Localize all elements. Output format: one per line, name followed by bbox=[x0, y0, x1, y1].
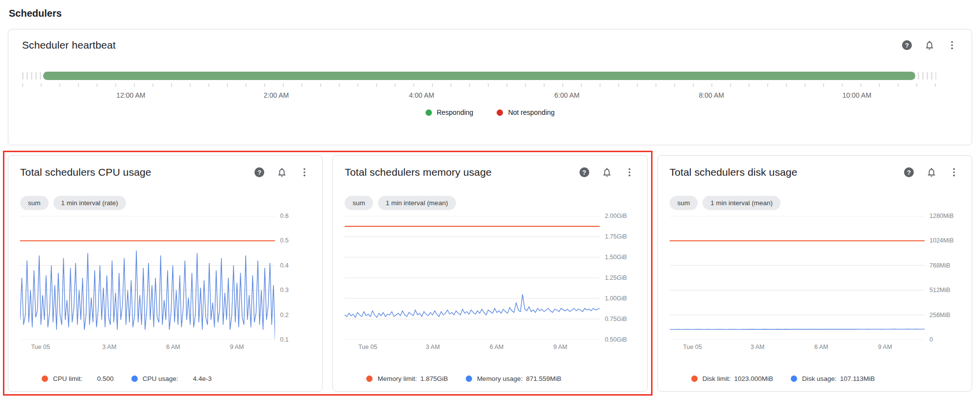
y-axis: 0256MiB512MiB768MiB1024MiB1280MiB bbox=[925, 216, 960, 340]
y-tick-label: 1024MiB bbox=[930, 237, 954, 244]
y-tick-label: 1280MiB bbox=[930, 213, 954, 219]
interval-chip[interactable]: 1 min interval (rate) bbox=[53, 196, 126, 210]
legend-label: Responding bbox=[437, 108, 474, 116]
y-tick-label: 0.4 bbox=[280, 262, 288, 269]
heartbeat-time-label: 6:00 AM bbox=[554, 91, 579, 99]
legend-value: 871.559MiB bbox=[526, 375, 561, 382]
x-tick-label: 3 AM bbox=[426, 344, 440, 350]
add-alert-icon[interactable] bbox=[924, 39, 935, 51]
legend-value: 4.4e-3 bbox=[193, 375, 212, 382]
chart-plot[interactable] bbox=[20, 216, 275, 340]
more-vert-glyph bbox=[949, 167, 959, 178]
y-tick-label: 0.1 bbox=[280, 336, 288, 343]
usage-color-dot bbox=[466, 375, 472, 382]
question-mark-glyph: ? bbox=[579, 167, 589, 177]
chart-plot[interactable] bbox=[345, 216, 600, 340]
usage-color-dot bbox=[131, 375, 138, 382]
more-options-icon[interactable] bbox=[299, 166, 310, 178]
heartbeat-axis-labels: 12:00 AM2:00 AM4:00 AM6:00 AM8:00 AM10:0… bbox=[22, 91, 936, 101]
x-tick-label: 9 AM bbox=[553, 344, 568, 350]
more-options-icon[interactable] bbox=[624, 166, 635, 178]
heartbeat-time-label: 12:00 AM bbox=[116, 91, 145, 99]
heartbeat-time-label: 10:00 AM bbox=[842, 91, 871, 99]
memory-card-title: Total schedulers memory usage bbox=[345, 166, 491, 178]
cpu-chart-body: Tue 053 AM6 AM9 AM 0.10.20.30.40.50.6 bbox=[20, 216, 310, 353]
more-options-icon[interactable] bbox=[948, 166, 960, 178]
help-icon[interactable]: ? bbox=[903, 166, 915, 178]
help-icon[interactable]: ? bbox=[253, 166, 265, 178]
help-icon[interactable]: ? bbox=[578, 166, 590, 178]
legend-item-responding: Responding bbox=[426, 108, 474, 116]
aggregation-chip[interactable]: sum bbox=[670, 196, 698, 210]
page-title: Schedulers bbox=[9, 8, 972, 19]
y-tick-label: 0.75GiB bbox=[605, 316, 627, 322]
usage-color-dot bbox=[791, 375, 797, 382]
legend-item-not-responding: Not responding bbox=[497, 108, 554, 116]
limit-color-dot bbox=[691, 375, 698, 382]
heartbeat-time-label: 2:00 AM bbox=[264, 91, 289, 99]
interval-chip[interactable]: 1 min interval (mean) bbox=[378, 196, 456, 210]
add-alert-icon[interactable] bbox=[601, 166, 613, 178]
legend-label: Memory limit: bbox=[377, 375, 417, 382]
disk-usage-card: Total schedulers disk usage ? sum 1 min … bbox=[657, 155, 972, 392]
aggregation-chip[interactable]: sum bbox=[20, 196, 49, 210]
x-axis: Tue 053 AM6 AM9 AM bbox=[20, 344, 275, 353]
question-mark-glyph: ? bbox=[904, 167, 914, 177]
heartbeat-time-label: 4:00 AM bbox=[409, 91, 434, 99]
legend-item: Memory usage: 871.559MiB bbox=[466, 375, 561, 382]
cpu-chips: sum 1 min interval (rate) bbox=[20, 196, 310, 210]
scheduler-heartbeat-card: Scheduler heartbeat ? 12:00 AM2:00 AM4:0… bbox=[8, 29, 972, 145]
legend-value: 0.500 bbox=[97, 375, 114, 382]
disk-card-actions: ? bbox=[903, 166, 960, 178]
more-vert-glyph bbox=[624, 167, 635, 178]
legend-value: 1023.000MiB bbox=[734, 375, 773, 382]
legend-item: CPU usage: 4.4e-3 bbox=[131, 375, 212, 382]
disk-card-title: Total schedulers disk usage bbox=[670, 166, 798, 178]
legend-item: CPU limit: 0.500 bbox=[42, 375, 114, 382]
memory-usage-card: Total schedulers memory usage ? sum 1 mi… bbox=[332, 155, 647, 392]
heartbeat-card-title: Scheduler heartbeat bbox=[22, 39, 116, 51]
heartbeat-axis-ticks bbox=[22, 83, 936, 87]
x-tick-label: Tue 05 bbox=[683, 344, 702, 350]
limit-color-dot bbox=[366, 375, 373, 382]
x-tick-label: 9 AM bbox=[878, 344, 892, 350]
question-mark-glyph: ? bbox=[254, 167, 264, 177]
x-axis: Tue 053 AM6 AM9 AM bbox=[670, 344, 925, 353]
heartbeat-card-actions: ? bbox=[901, 39, 958, 51]
heartbeat-timeline[interactable] bbox=[22, 72, 936, 80]
legend-label: CPU limit: bbox=[53, 375, 82, 382]
y-tick-label: 256MiB bbox=[930, 312, 950, 319]
y-tick-label: 1.25GiB bbox=[605, 274, 627, 281]
x-axis: Tue 053 AM6 AM9 AM bbox=[345, 344, 600, 353]
y-tick-label: 768MiB bbox=[930, 262, 950, 269]
legend-item: Disk usage: 107.113MiB bbox=[791, 375, 875, 382]
y-tick-label: 1.50GiB bbox=[605, 254, 627, 261]
interval-chip[interactable]: 1 min interval (mean) bbox=[703, 196, 780, 210]
bell-glyph bbox=[276, 167, 287, 178]
x-tick-label: 6 AM bbox=[814, 344, 829, 350]
more-vert-glyph bbox=[299, 167, 310, 178]
responding-color-dot bbox=[426, 109, 432, 116]
y-axis: 0.10.20.30.40.50.6 bbox=[275, 216, 310, 340]
x-tick-label: 3 AM bbox=[102, 344, 117, 350]
cpu-card-header: Total schedulers CPU usage ? bbox=[20, 166, 310, 178]
add-alert-icon[interactable] bbox=[926, 166, 937, 178]
y-tick-label: 512MiB bbox=[930, 287, 950, 294]
add-alert-icon[interactable] bbox=[276, 166, 288, 178]
chart-plot[interactable] bbox=[670, 216, 925, 340]
bell-glyph bbox=[926, 167, 937, 178]
help-icon[interactable]: ? bbox=[901, 39, 913, 51]
disk-chips: sum 1 min interval (mean) bbox=[670, 196, 960, 210]
y-tick-label: 0 bbox=[930, 336, 933, 343]
aggregation-chip[interactable]: sum bbox=[345, 196, 373, 210]
legend-item: Memory limit: 1.875GiB bbox=[366, 375, 448, 382]
legend-label: Disk usage: bbox=[802, 375, 837, 382]
legend-label: Disk limit: bbox=[703, 375, 731, 382]
more-options-icon[interactable] bbox=[946, 39, 958, 51]
legend-label: Memory usage: bbox=[477, 375, 523, 382]
y-tick-label: 0.2 bbox=[280, 312, 288, 319]
cpu-legend: CPU limit: 0.500 CPU usage: 4.4e-3 bbox=[20, 375, 310, 382]
bell-glyph bbox=[602, 167, 612, 178]
limit-color-dot bbox=[42, 375, 48, 382]
heartbeat-time-label: 8:00 AM bbox=[699, 91, 724, 99]
